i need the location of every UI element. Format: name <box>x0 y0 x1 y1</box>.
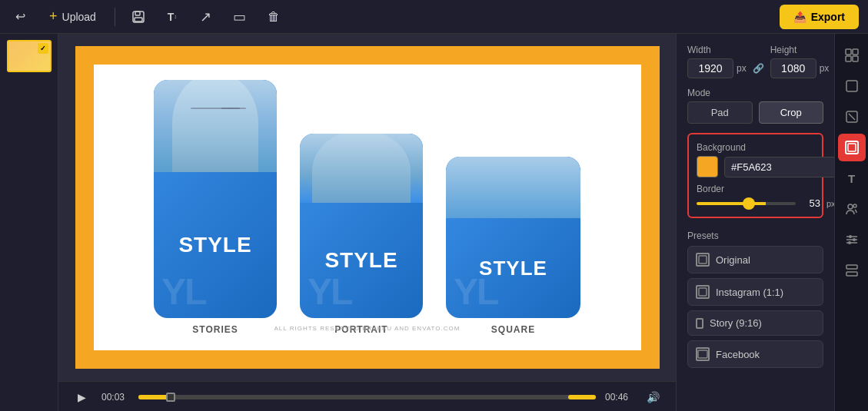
svg-rect-1 <box>135 12 140 15</box>
preset-original-label: Original <box>716 254 750 266</box>
preset-original-button[interactable]: Original <box>687 246 823 273</box>
trash-icon[interactable]: 🗑 <box>263 6 284 28</box>
preset-instagram-label: Instagram (1:1) <box>716 287 783 298</box>
svg-rect-6 <box>846 49 851 55</box>
stories-bottom: YL STYLE <box>154 172 277 318</box>
preset-story-icon <box>696 318 703 329</box>
width-input[interactable] <box>687 58 733 78</box>
upload-label: Upload <box>62 11 96 23</box>
square-column: YL STYLE SQUARE <box>446 157 580 335</box>
upload-button[interactable]: + Upload <box>43 5 102 28</box>
right-controls: Width px 🔗 Height px <box>677 34 834 411</box>
presets-list: Original Instagram (1:1) Story (9:16) <box>687 246 823 368</box>
presets-label: Presets <box>687 230 823 241</box>
presets-section: Presets Original Instagram (1:1) <box>687 227 823 373</box>
timeline-fill-right <box>568 395 596 399</box>
layers-icon-button[interactable] <box>838 72 866 100</box>
export-label: Export <box>811 11 845 23</box>
canvas-content: YL STYLE STORIES <box>94 65 641 350</box>
toolbar-divider-1 <box>115 8 115 26</box>
left-panel: ✓ <box>0 34 58 411</box>
border-slider[interactable] <box>697 202 796 205</box>
thumbnail-1[interactable]: ✓ <box>7 40 52 72</box>
frame-icon-button[interactable] <box>838 134 866 161</box>
svg-rect-23 <box>846 265 857 269</box>
svg-rect-8 <box>846 56 851 61</box>
rect-icon[interactable]: ▭ <box>229 6 251 28</box>
main-area: ✓ <box>0 34 868 411</box>
color-hex-input[interactable] <box>724 157 834 177</box>
svg-rect-3 <box>699 256 707 264</box>
mode-label: Mode <box>687 88 823 98</box>
svg-rect-10 <box>846 81 857 91</box>
portrait-bottom: YL STYLE <box>300 203 423 318</box>
grid-icon-button[interactable] <box>838 41 866 69</box>
height-input[interactable] <box>770 58 816 78</box>
stories-watermark: YL <box>161 273 205 310</box>
more-icon-button[interactable] <box>838 257 866 284</box>
color-swatch[interactable] <box>697 156 718 177</box>
preset-facebook-button[interactable]: Facebook <box>687 340 823 368</box>
stories-card: YL STYLE <box>154 80 277 318</box>
preset-story-label: Story (9:16) <box>710 317 762 329</box>
mode-buttons: Pad Crop <box>687 101 823 124</box>
sliders-icon-button[interactable] <box>838 226 866 254</box>
thumbnail-check: ✓ <box>38 43 48 54</box>
text-icon[interactable]: T↕ <box>161 6 183 28</box>
timeline-bar[interactable] <box>138 395 596 399</box>
border-label: Border <box>697 184 814 194</box>
svg-point-21 <box>853 238 856 241</box>
export-button[interactable]: 📤 Export <box>780 5 859 29</box>
plus-icon: + <box>49 8 58 25</box>
export-icon: 📤 <box>793 11 806 23</box>
pad-button[interactable]: Pad <box>687 101 753 124</box>
cards-row: YL STYLE STORIES <box>154 80 580 335</box>
svg-rect-2 <box>135 18 142 22</box>
save-icon[interactable] <box>128 6 149 28</box>
square-bottom: YL STYLE <box>446 218 580 318</box>
text-icon-button[interactable]: T <box>838 164 866 192</box>
width-unit: px <box>737 63 747 74</box>
svg-rect-5 <box>698 350 707 358</box>
arrow-icon[interactable]: ↗ <box>195 6 217 28</box>
svg-point-16 <box>853 204 856 207</box>
link-dimensions-icon[interactable]: 🔗 <box>753 63 764 74</box>
timeline-playhead[interactable] <box>166 393 175 402</box>
width-label: Width <box>687 45 747 55</box>
preset-story-button[interactable]: Story (9:16) <box>687 310 823 336</box>
background-label: Background <box>697 142 814 153</box>
square-photo <box>446 157 580 218</box>
svg-rect-24 <box>846 272 857 276</box>
crop-button[interactable]: Crop <box>759 101 824 124</box>
volume-button[interactable]: 🔊 <box>642 386 663 408</box>
height-label: Height <box>770 45 830 55</box>
svg-rect-14 <box>848 144 856 151</box>
toolbar: ↩ + Upload T↕ ↗ ▭ 🗑 📤 Export <box>0 0 868 34</box>
timeline-start: 00:03 <box>101 392 129 403</box>
stories-photo <box>154 80 277 172</box>
preset-instagram-button[interactable]: Instagram (1:1) <box>687 278 823 306</box>
crop-icon-button[interactable] <box>838 103 866 131</box>
dimensions-section: Width px 🔗 Height px <box>687 45 823 78</box>
preset-instagram-icon <box>696 285 710 299</box>
width-group: Width px <box>687 45 747 78</box>
height-group: Height px <box>770 45 830 78</box>
canvas-copyright: ALL RIGHTS RESERVED BRAKKU AND ENVATO.CO… <box>274 325 461 332</box>
mode-section: Mode Pad Crop <box>687 88 823 124</box>
dimension-group: Width px 🔗 Height px <box>687 45 823 78</box>
background-section: Background Border 53 px <box>687 133 823 218</box>
height-field: px <box>770 58 830 78</box>
right-panel: Width px 🔗 Height px <box>676 34 868 411</box>
square-style-text: STYLE <box>479 257 547 280</box>
square-card: YL STYLE <box>446 157 580 318</box>
undo-button[interactable]: ↩ <box>9 6 31 28</box>
canvas-area: YL STYLE STORIES <box>58 34 676 381</box>
people-icon-button[interactable] <box>838 195 866 223</box>
icon-bar: T <box>834 34 868 411</box>
stories-style-text: STYLE <box>178 233 251 257</box>
portrait-card: YL STYLE <box>300 134 423 318</box>
portrait-photo <box>300 134 423 203</box>
stories-column: YL STYLE STORIES <box>154 80 277 335</box>
play-button[interactable]: ▶ <box>71 386 92 408</box>
canvas-frame: YL STYLE STORIES <box>75 46 660 369</box>
